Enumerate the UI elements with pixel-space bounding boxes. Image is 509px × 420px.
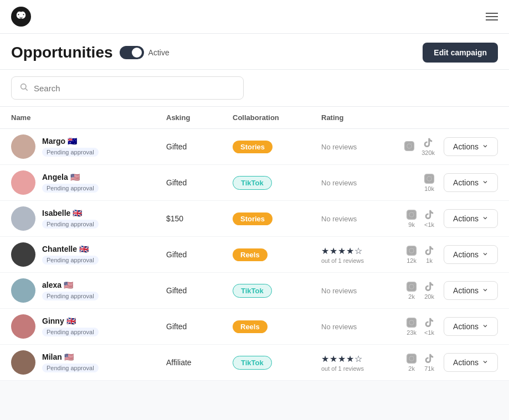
actions-button[interactable]: Actions: [444, 209, 498, 228]
collab-badge: Reels: [233, 320, 268, 333]
person-name: Isabelle 🇬🇧: [42, 209, 99, 217]
person-name: alexa 🇺🇸: [42, 281, 99, 289]
actions-cell: Actions: [444, 245, 498, 264]
active-toggle[interactable]: [120, 46, 144, 59]
tiktok-count: 320k: [421, 149, 435, 156]
social-cell: 9k <1k: [406, 209, 435, 228]
collab-cell: TikTok: [233, 176, 321, 190]
avatar: [11, 350, 35, 375]
svg-point-11: [431, 176, 433, 177]
instagram-count: 2k: [408, 293, 415, 300]
svg-point-22: [409, 320, 414, 325]
col-header-actions: [409, 113, 498, 122]
chevron-down-icon: [482, 142, 489, 151]
instagram-item: 10k: [424, 173, 435, 192]
status-badge: Pending approval: [42, 220, 99, 229]
instagram-item: 12k: [406, 245, 417, 264]
social-cell: 12k 1k: [406, 245, 435, 264]
table-row: alexa 🇺🇸 Pending approval Gifted TikTok …: [0, 273, 509, 309]
search-input[interactable]: [34, 84, 235, 93]
actions-area: 23k <1k Actions: [409, 317, 498, 336]
actions-button[interactable]: Actions: [444, 353, 498, 372]
table-body: Margo 🇦🇺 Pending approval Gifted Stories…: [0, 129, 509, 381]
rating-cell: No reviews: [321, 215, 409, 223]
instagram-count: 12k: [407, 257, 417, 264]
svg-point-23: [414, 320, 415, 321]
instagram-item: 2k: [406, 353, 417, 372]
actions-cell: Actions: [444, 317, 498, 336]
person-name: Milan 🇺🇸: [42, 352, 99, 361]
avatar: [11, 206, 35, 231]
asking-cell: Gifted: [166, 286, 233, 295]
table-row: Margo 🇦🇺 Pending approval Gifted Stories…: [0, 129, 509, 165]
person-cell: Margo 🇦🇺 Pending approval: [11, 134, 166, 159]
social-cell: 10k: [424, 173, 435, 192]
status-badge: Pending approval: [42, 292, 99, 300]
collab-badge: TikTok: [233, 284, 272, 298]
actions-cell: Actions: [444, 173, 498, 192]
table-row: Angela 🇺🇸 Pending approval Gifted TikTok…: [0, 165, 509, 201]
stars: ★★★★☆: [321, 354, 409, 364]
col-header-rating: Rating: [321, 113, 409, 122]
chevron-down-icon: [482, 358, 489, 367]
svg-line-5: [25, 89, 28, 91]
instagram-item: [404, 141, 415, 153]
status-badge: Pending approval: [42, 184, 99, 193]
tiktok-item: <1k: [424, 317, 435, 336]
actions-button[interactable]: Actions: [444, 137, 498, 156]
person-info: Isabelle 🇬🇧 Pending approval: [42, 209, 99, 229]
collab-badge: Reels: [233, 248, 268, 261]
hamburger-menu[interactable]: [486, 13, 498, 20]
svg-point-3: [23, 14, 24, 15]
actions-cell: Actions: [444, 281, 498, 300]
rating-cell: No reviews: [321, 143, 409, 151]
edit-campaign-button[interactable]: Edit campaign: [423, 43, 498, 63]
chevron-down-icon: [482, 214, 489, 223]
asking-cell: Gifted: [166, 250, 233, 259]
avatar: [11, 134, 35, 159]
social-cell: 320k: [404, 137, 435, 156]
actions-button[interactable]: Actions: [444, 317, 498, 336]
actions-cell: Actions: [444, 353, 498, 372]
page-title: Opportunities: [11, 44, 113, 61]
person-cell: Milan 🇺🇸 Pending approval: [11, 350, 166, 375]
stars: ★★★★☆: [321, 246, 409, 256]
chevron-down-icon: [482, 178, 489, 187]
avatar: [11, 314, 35, 339]
tiktok-item: 1k: [424, 245, 435, 264]
actions-button[interactable]: Actions: [444, 245, 498, 264]
rating-cell: ★★★★☆ out of 1 reviews: [321, 246, 409, 264]
actions-button[interactable]: Actions: [444, 173, 498, 192]
table-row: Chantelle 🇬🇧 Pending approval Gifted Ree…: [0, 237, 509, 273]
chevron-down-icon: [482, 250, 489, 259]
asking-cell: Gifted: [166, 322, 233, 331]
collab-badge: TikTok: [233, 176, 272, 190]
svg-point-17: [414, 248, 415, 249]
search-box: [11, 76, 244, 100]
app-header: [0, 0, 509, 34]
col-header-name: Name: [11, 113, 166, 122]
svg-point-19: [409, 284, 414, 289]
asking-cell: Gifted: [166, 142, 233, 151]
collab-cell: TikTok: [233, 284, 321, 298]
actions-label: Actions: [453, 286, 479, 295]
app-logo: [11, 7, 31, 27]
social-cell: 2k 20k: [406, 281, 435, 300]
tiktok-count: 71k: [424, 365, 434, 372]
svg-point-25: [409, 356, 414, 361]
avatar: [11, 170, 35, 195]
search-icon: [19, 82, 28, 94]
actions-label: Actions: [453, 358, 479, 367]
social-cell: 23k <1k: [406, 317, 435, 336]
svg-point-7: [407, 144, 412, 148]
table-row: Ginny 🇬🇧 Pending approval Gifted Reels N…: [0, 309, 509, 345]
person-info: Chantelle 🇬🇧 Pending approval: [42, 245, 99, 265]
page-header: Opportunities Active Edit campaign: [0, 34, 509, 70]
avatar: [11, 242, 35, 267]
chevron-down-icon: [482, 322, 489, 331]
person-name: Ginny 🇬🇧: [42, 317, 99, 325]
svg-point-14: [414, 212, 415, 213]
collab-cell: Stories: [233, 212, 321, 225]
actions-button[interactable]: Actions: [444, 281, 498, 300]
status-badge: Pending approval: [42, 256, 99, 265]
